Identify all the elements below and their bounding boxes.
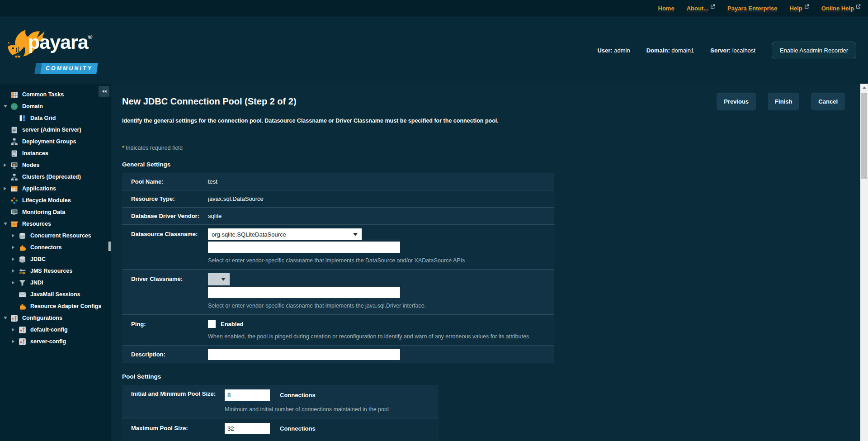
selected-option: org.sqlite.SQLiteDataSource	[208, 231, 349, 238]
sidebar-item-label: Applications	[22, 185, 56, 192]
chevron-down-icon[interactable]	[4, 105, 9, 108]
domain-info: Domain: domain1	[646, 47, 694, 54]
config-sliders-icon	[19, 338, 26, 346]
sidebar-collapse-button[interactable]	[99, 86, 109, 97]
sidebar-item-jdbc[interactable]: JDBC	[0, 253, 111, 265]
topbar-link-label: Home	[658, 5, 675, 12]
topbar-link-online-help[interactable]: Online Help	[821, 5, 861, 12]
sidebar-item-configurations[interactable]: Configurations	[0, 312, 111, 324]
topbar-link-about[interactable]: About...	[687, 5, 715, 12]
maximum-pool-size-field: Connections	[225, 418, 316, 441]
maximum-pool-size-input[interactable]	[225, 423, 270, 434]
datasource-classname-input[interactable]	[208, 242, 400, 253]
chevron-right-icon[interactable]	[4, 163, 9, 167]
main-scrollbar[interactable]	[860, 84, 868, 441]
sidebar-item-resource-adapter-configs[interactable]: Resource Adapter Configs	[0, 300, 111, 312]
mail-icon	[19, 291, 26, 299]
finish-button[interactable]: Finish	[768, 93, 799, 110]
initial-pool-size-help: Minimum and initial number of connection…	[225, 406, 389, 413]
required-star: *	[122, 144, 124, 151]
sidebar-item-javamail-sessions[interactable]: JavaMail Sessions	[0, 289, 111, 300]
sidebar-item-jms-resources[interactable]: JMS Resources	[0, 265, 111, 277]
chevron-down-icon[interactable]	[4, 223, 9, 225]
topbar-link-help[interactable]: Help	[790, 5, 809, 12]
description-input[interactable]	[208, 349, 400, 360]
chevron-right-icon[interactable]	[12, 281, 18, 285]
nodes-icon	[10, 161, 18, 169]
chevron-right-icon[interactable]	[12, 328, 18, 332]
sidebar-item-label: Data Grid	[30, 115, 56, 121]
topbar-link-label: Online Help	[821, 5, 854, 12]
lifecycle-icon	[10, 197, 18, 204]
brand-name: payara®	[28, 31, 92, 53]
sidebar-item-label: Nodes	[22, 162, 39, 168]
sidebar-item-lifecycle-modules[interactable]: Lifecycle Modules	[0, 194, 111, 206]
external-link-icon	[856, 4, 861, 9]
sidebar-item-label: JavaMail Sessions	[30, 291, 80, 298]
pool-settings-heading: Pool Settings	[122, 373, 860, 380]
enable-asadmin-recorder-button[interactable]: Enable Asadmin Recorder	[772, 42, 856, 59]
chevron-right-icon[interactable]	[12, 246, 18, 249]
sidebar-item-resources[interactable]: Resources	[0, 218, 111, 230]
sidebar-item-default-config[interactable]: default-config	[0, 324, 111, 336]
chevron-right-icon[interactable]	[12, 340, 18, 343]
scrollbar-thumb[interactable]	[861, 93, 867, 179]
topbar-link-home[interactable]: Home	[658, 5, 675, 12]
sidebar-item-common-tasks[interactable]: Common Tasks	[0, 89, 111, 100]
chevron-right-icon[interactable]	[12, 269, 18, 273]
topbar-link-payara-enterprise[interactable]: Payara Enterprise	[727, 5, 778, 12]
topbar-link-label: About...	[687, 5, 708, 12]
row-description: Description:	[122, 345, 554, 363]
sidebar-item-jndi[interactable]: JNDI	[0, 277, 111, 289]
sidebar-item-data-grid[interactable]: Data Grid	[0, 112, 111, 124]
sidebar-item-applications[interactable]: Applications	[0, 183, 111, 194]
sidebar: Common Tasks Domain Data Grid server (Ad…	[0, 84, 111, 441]
initial-pool-size-input[interactable]	[225, 389, 270, 401]
scrollbar-up-button[interactable]	[860, 84, 868, 91]
user-label: User:	[597, 47, 612, 54]
resource-type-label: Resource Type:	[122, 195, 208, 202]
chevron-right-icon[interactable]	[4, 187, 9, 190]
driver-classname-help: Select or enter vendor-specific classnam…	[208, 303, 426, 309]
sidebar-item-server-config[interactable]: server-config	[0, 336, 111, 347]
instances-icon	[10, 150, 18, 157]
sidebar-item-clusters-deprecated[interactable]: Clusters (Deprecated)	[0, 171, 111, 183]
sidebar-item-label: JDBC	[30, 256, 46, 262]
sidebar-item-domain[interactable]: Domain	[0, 100, 111, 112]
sidebar-item-label: Clusters (Deprecated)	[22, 174, 81, 180]
payara-logo: payara® COMMUNITY	[7, 24, 95, 76]
row-driver-classname: Driver Classname: Select or enter vendor…	[122, 269, 554, 314]
row-database-driver-vendor: Database Driver Vendor: sqlite	[122, 207, 554, 224]
sidebar-item-instances[interactable]: Instances	[0, 147, 111, 159]
sidebar-item-monitoring-data[interactable]: Monitoring Data	[0, 206, 111, 218]
previous-button[interactable]: Previous	[717, 93, 756, 110]
chevron-right-icon[interactable]	[12, 257, 18, 261]
ping-label: Ping:	[122, 315, 208, 345]
datasource-classname-select[interactable]: org.sqlite.SQLiteDataSource	[208, 228, 362, 240]
sidebar-item-concurrent-resources[interactable]: Concurrent Resources	[0, 230, 111, 242]
chevron-down-icon[interactable]	[4, 317, 9, 319]
driver-classname-select[interactable]	[208, 273, 230, 285]
monitoring-data-icon	[10, 209, 18, 216]
row-maximum-pool-size: Maximum Pool Size: Connections	[122, 418, 439, 441]
sidebar-item-connectors[interactable]: Connectors	[0, 242, 111, 253]
sidebar-item-deployment-groups[interactable]: Deployment Groups	[0, 136, 111, 147]
row-resource-type: Resource Type: javax.sql.DataSource	[122, 190, 554, 207]
datasource-classname-label: Datasource Classname:	[122, 225, 208, 269]
clusters-icon	[10, 173, 18, 181]
datasource-classname-field: org.sqlite.SQLiteDataSource Select or en…	[208, 225, 465, 269]
sidebar-item-label: JNDI	[30, 280, 43, 286]
driver-classname-input[interactable]	[208, 287, 400, 298]
required-field-note: *Indicates required field	[122, 144, 860, 151]
database-icon	[19, 232, 26, 240]
ping-enabled-checkbox[interactable]	[208, 320, 216, 328]
database-driver-vendor-label: Database Driver Vendor:	[122, 213, 208, 219]
row-pool-name: Pool Name: test	[122, 173, 554, 190]
general-settings-table: Pool Name: test Resource Type: javax.sql…	[122, 173, 554, 363]
cancel-button[interactable]: Cancel	[811, 93, 845, 110]
sidebar-item-nodes[interactable]: Nodes	[0, 159, 111, 171]
chevron-right-icon[interactable]	[12, 234, 18, 237]
scrollbar-up-arrow-icon	[863, 86, 866, 89]
session-info: User: admin Domain: domain1 Server: loca…	[597, 42, 856, 59]
sidebar-item-server-admin-server[interactable]: server (Admin Server)	[0, 124, 111, 136]
